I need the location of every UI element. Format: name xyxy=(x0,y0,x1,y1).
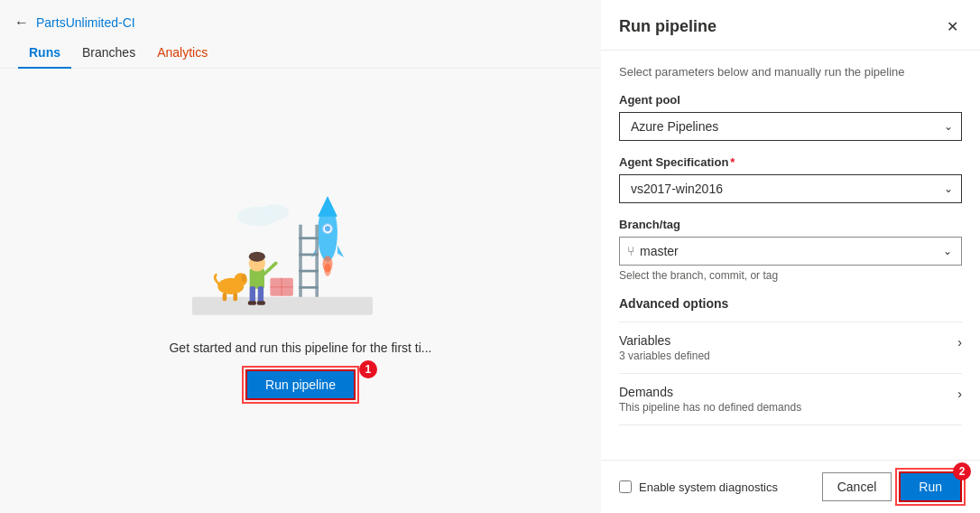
footer-actions: Cancel Run 2 xyxy=(822,471,962,502)
agent-pool-select[interactable]: Azure Pipelines Default xyxy=(619,112,962,141)
cancel-button[interactable]: Cancel xyxy=(822,472,892,501)
diagnostics-row: Enable system diagnostics xyxy=(619,480,778,494)
svg-marker-7 xyxy=(337,245,344,257)
agent-spec-group: Agent Specification* vs2017-win2016 ubun… xyxy=(619,155,962,203)
svg-rect-14 xyxy=(299,270,319,273)
required-indicator: * xyxy=(730,155,735,169)
step-badge-2: 2 xyxy=(953,462,971,480)
branch-hint: Select the branch, commit, or tag xyxy=(619,269,962,282)
svg-marker-3 xyxy=(318,196,337,217)
drawer-title: Run pipeline xyxy=(619,17,717,36)
svg-point-5 xyxy=(325,226,330,231)
tab-branches[interactable]: Branches xyxy=(71,38,146,69)
branch-icon: ⑂ xyxy=(627,244,634,258)
drawer-header: Run pipeline ✕ xyxy=(601,0,980,51)
agent-spec-label: Agent Specification* xyxy=(619,155,962,169)
advanced-options-title: Advanced options xyxy=(619,296,962,311)
agent-pool-group: Agent pool Azure Pipelines Default ⌄ xyxy=(619,93,962,141)
empty-state-illustration xyxy=(192,182,409,326)
back-nav[interactable]: ← PartsUnlimited-CI xyxy=(0,0,601,38)
svg-point-19 xyxy=(249,252,265,262)
agent-spec-select-wrapper: vs2017-win2016 ubuntu-latest macOS-lates… xyxy=(619,174,962,203)
diagnostics-label: Enable system diagnostics xyxy=(639,480,778,494)
svg-point-27 xyxy=(242,274,246,282)
agent-spec-select[interactable]: vs2017-win2016 ubuntu-latest macOS-lates… xyxy=(619,174,962,203)
empty-state-text: Get started and run this pipeline for th… xyxy=(169,340,431,355)
tab-bar: Runs Branches Analytics xyxy=(0,38,601,69)
branch-tag-label: Branch/tag xyxy=(619,218,962,231)
agent-pool-label: Agent pool xyxy=(619,93,962,107)
svg-rect-15 xyxy=(299,286,319,289)
variables-content: Variables 3 variables defined xyxy=(619,333,710,362)
run-pipeline-drawer: Run pipeline ✕ Select parameters below a… xyxy=(601,0,980,513)
svg-rect-21 xyxy=(250,286,255,303)
variables-subtitle: 3 variables defined xyxy=(619,350,710,362)
svg-rect-12 xyxy=(299,237,319,239)
svg-point-1 xyxy=(260,204,290,220)
demands-expand-icon: › xyxy=(957,387,962,401)
run-pipeline-btn-wrapper: Run pipeline 1 xyxy=(245,369,356,400)
step-badge-1: 1 xyxy=(359,360,377,378)
svg-line-20 xyxy=(264,263,276,274)
variables-row[interactable]: Variables 3 variables defined › xyxy=(619,322,962,373)
branch-select-wrapper: ⑂ master main develop ⌄ xyxy=(619,237,962,266)
svg-point-9 xyxy=(324,263,330,276)
close-icon: ✕ xyxy=(947,18,958,35)
svg-rect-24 xyxy=(257,301,265,305)
run-button[interactable]: Run xyxy=(899,471,962,502)
run-btn-wrapper: Run 2 xyxy=(899,471,962,502)
drawer-body: Select parameters below and manually run… xyxy=(601,51,980,460)
advanced-options-section: Advanced options Variables 3 variables d… xyxy=(619,296,962,425)
variables-expand-icon: › xyxy=(957,335,962,350)
svg-rect-22 xyxy=(258,286,263,303)
branch-select[interactable]: master main develop xyxy=(640,238,954,265)
svg-rect-29 xyxy=(233,293,237,301)
run-pipeline-button[interactable]: Run pipeline xyxy=(245,369,356,400)
agent-pool-select-wrapper: Azure Pipelines Default ⌄ xyxy=(619,112,962,141)
diagnostics-checkbox[interactable] xyxy=(619,480,632,493)
tab-analytics[interactable]: Analytics xyxy=(146,38,218,69)
pipeline-name: PartsUnlimited-CI xyxy=(36,15,135,30)
demands-content: Demands This pipeline has no defined dem… xyxy=(619,385,801,414)
svg-rect-28 xyxy=(223,293,227,301)
variables-title: Variables xyxy=(619,333,710,348)
demands-title: Demands xyxy=(619,385,801,399)
left-panel: ← PartsUnlimited-CI Runs Branches Analyt… xyxy=(0,0,601,513)
demands-subtitle: This pipeline has no defined demands xyxy=(619,401,801,414)
svg-rect-23 xyxy=(248,301,256,305)
demands-row[interactable]: Demands This pipeline has no defined dem… xyxy=(619,373,962,425)
back-arrow-icon: ← xyxy=(14,14,29,31)
svg-rect-13 xyxy=(299,254,319,256)
close-button[interactable]: ✕ xyxy=(943,14,962,39)
main-content: Get started and run this pipeline for th… xyxy=(0,69,601,513)
drawer-subtitle: Select parameters below and manually run… xyxy=(619,65,962,79)
tab-runs[interactable]: Runs xyxy=(18,38,71,69)
drawer-footer: Enable system diagnostics Cancel Run 2 xyxy=(601,460,980,513)
branch-tag-group: Branch/tag ⑂ master main develop ⌄ Selec… xyxy=(619,218,962,282)
svg-rect-16 xyxy=(192,297,373,315)
